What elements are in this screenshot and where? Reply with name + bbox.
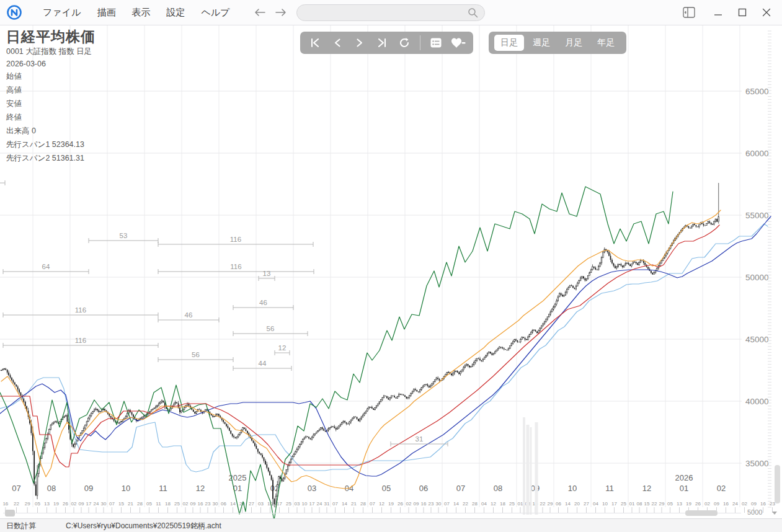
vertical-scrollbar-thumb[interactable] xyxy=(775,465,780,503)
search-box[interactable] xyxy=(296,4,485,21)
svg-text:30: 30 xyxy=(436,501,442,507)
svg-text:10: 10 xyxy=(302,501,308,507)
svg-text:05: 05 xyxy=(35,501,40,507)
skip-first-button[interactable] xyxy=(304,33,326,52)
svg-text:60000: 60000 xyxy=(745,149,769,158)
zoom-slider-thumb[interactable] xyxy=(685,510,718,516)
svg-text:11: 11 xyxy=(605,484,614,493)
svg-text:18: 18 xyxy=(165,501,171,507)
svg-text:01: 01 xyxy=(629,501,635,507)
timeframe-button-2[interactable]: 月足 xyxy=(559,35,589,51)
svg-text:12: 12 xyxy=(642,484,651,493)
svg-text:50000: 50000 xyxy=(745,273,769,282)
svg-text:22: 22 xyxy=(652,501,657,507)
minimize-button[interactable] xyxy=(709,4,727,21)
svg-text:16: 16 xyxy=(198,501,203,507)
svg-text:09: 09 xyxy=(84,484,93,493)
svg-text:13: 13 xyxy=(263,270,271,277)
svg-text:02: 02 xyxy=(71,501,77,507)
svg-text:03: 03 xyxy=(308,484,316,493)
svg-text:13: 13 xyxy=(44,501,50,507)
forward-arrow-icon[interactable] xyxy=(272,4,290,21)
svg-text:28: 28 xyxy=(360,501,366,507)
svg-text:27: 27 xyxy=(249,501,254,507)
search-icon xyxy=(468,7,478,18)
timeframe-button-0[interactable]: 日足 xyxy=(494,35,524,51)
titlebar: ファイル描画表示設定ヘルプ xyxy=(0,0,782,25)
svg-text:23: 23 xyxy=(205,501,211,507)
maximize-button[interactable] xyxy=(733,4,752,21)
svg-text:07: 07 xyxy=(109,501,115,507)
svg-text:12: 12 xyxy=(379,501,384,507)
playback-toolbar xyxy=(300,32,473,54)
search-input[interactable] xyxy=(297,8,468,17)
watchlist-table-button[interactable] xyxy=(425,33,447,52)
svg-text:21: 21 xyxy=(351,501,357,507)
svg-text:07: 07 xyxy=(370,501,375,507)
svg-text:07: 07 xyxy=(444,501,450,507)
svg-text:14: 14 xyxy=(342,501,347,507)
svg-text:29: 29 xyxy=(659,501,665,507)
back-arrow-icon[interactable] xyxy=(251,4,269,21)
timeframe-button-1[interactable]: 週足 xyxy=(527,35,556,51)
menu-item-2[interactable]: 表示 xyxy=(123,3,158,22)
menu-item-1[interactable]: 描画 xyxy=(89,3,123,22)
svg-text:05: 05 xyxy=(667,501,673,507)
svg-text:55000: 55000 xyxy=(745,211,769,220)
svg-text:19: 19 xyxy=(53,501,59,507)
svg-text:23: 23 xyxy=(429,501,434,507)
svg-text:02: 02 xyxy=(717,484,726,493)
svg-text:02: 02 xyxy=(406,501,412,507)
quote-info-panel: 日経平均株価 0001 大証指数 指数 日足 2026-03-06 始値高値安値… xyxy=(6,29,96,164)
svg-text:25: 25 xyxy=(509,501,515,507)
svg-text:07: 07 xyxy=(332,501,338,507)
panel-toggle-icon[interactable] xyxy=(680,4,698,21)
step-back-button[interactable] xyxy=(327,33,348,52)
svg-text:65000: 65000 xyxy=(745,87,769,96)
timeframe-button-3[interactable]: 年足 xyxy=(591,35,621,51)
svg-text:30: 30 xyxy=(213,501,218,507)
svg-text:12: 12 xyxy=(196,484,205,493)
timeframe-toolbar: 日足週足月足年足 xyxy=(489,32,626,54)
scroll-thumb[interactable] xyxy=(5,510,15,516)
svg-text:09: 09 xyxy=(79,501,84,507)
svg-text:26: 26 xyxy=(398,501,403,507)
svg-text:11: 11 xyxy=(156,501,161,507)
svg-text:16: 16 xyxy=(723,501,729,507)
svg-text:44: 44 xyxy=(259,360,267,367)
skip-last-button[interactable] xyxy=(371,33,393,52)
menu-item-3[interactable]: 設定 xyxy=(158,3,193,22)
svg-text:16: 16 xyxy=(2,501,8,507)
close-button[interactable] xyxy=(757,4,776,21)
svg-text:45000: 45000 xyxy=(745,335,769,344)
svg-text:21: 21 xyxy=(128,501,133,507)
svg-text:28: 28 xyxy=(472,501,478,507)
svg-text:13: 13 xyxy=(677,501,682,507)
svg-text:19: 19 xyxy=(686,501,691,507)
svg-text:08: 08 xyxy=(47,484,56,493)
step-forward-button[interactable] xyxy=(349,33,370,52)
menu-item-4[interactable]: ヘルプ xyxy=(193,3,238,22)
bar-count-value[interactable]: 5000 xyxy=(747,508,762,516)
refresh-button[interactable] xyxy=(394,33,415,52)
instrument-title: 日経平均株価 xyxy=(6,29,96,45)
info-field: 安値 xyxy=(6,99,96,109)
svg-text:25: 25 xyxy=(621,501,626,507)
svg-text:16: 16 xyxy=(760,501,766,507)
svg-text:07: 07 xyxy=(456,484,465,493)
svg-text:29: 29 xyxy=(548,501,553,507)
svg-text:09: 09 xyxy=(190,501,196,507)
info-field: 高値 xyxy=(6,85,96,95)
menu-item-0[interactable]: ファイル xyxy=(35,3,89,22)
price-chart[interactable]: 6500060000550005000045000400003500007162… xyxy=(0,0,782,532)
scroll-track[interactable] xyxy=(3,513,741,513)
svg-text:16: 16 xyxy=(421,501,427,507)
bar-count-dropdown-icon[interactable] xyxy=(772,512,777,515)
svg-text:40000: 40000 xyxy=(745,397,769,406)
favorite-remove-button[interactable] xyxy=(448,33,469,52)
green-line xyxy=(0,187,673,520)
open-file-path: C:¥Users¥ryu¥Documents¥20250519銘柄.acht xyxy=(66,521,221,531)
instrument-subtitle: 0001 大証指数 指数 日足 xyxy=(6,47,96,57)
menu-bar: ファイル描画表示設定ヘルプ xyxy=(35,3,238,22)
svg-text:116: 116 xyxy=(75,337,86,344)
